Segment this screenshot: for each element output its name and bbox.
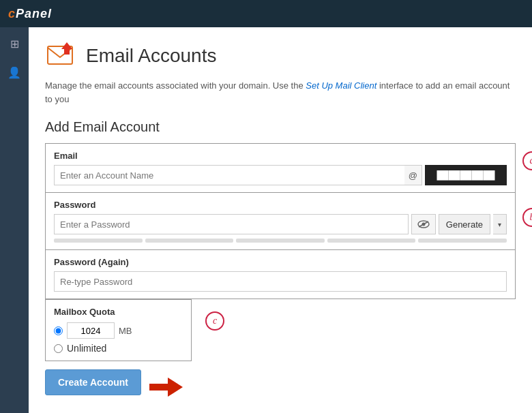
add-email-form: Email @ ██████████ Password <box>45 143 516 299</box>
password-again-label: Password (Again) <box>54 257 507 267</box>
quota-label: Mailbox Quota <box>54 307 183 317</box>
main-content: Email Accounts Manage the email accounts… <box>29 27 532 413</box>
section-heading: Add Email Account <box>45 119 516 135</box>
email-input-row: @ ██████████ <box>54 165 507 185</box>
email-label: Email <box>54 151 507 161</box>
strength-seg-5 <box>418 239 507 243</box>
cpanel-logo: cPanel <box>8 7 52 21</box>
eye-icon <box>417 220 430 228</box>
sidebar: ⊞ 👤 <box>0 27 29 413</box>
arrow-body <box>149 384 168 391</box>
password-input-row: Generate ▾ <box>54 214 507 234</box>
annotation-b: b <box>522 208 532 227</box>
svg-line-4 <box>419 221 428 227</box>
page-title: Email Accounts <box>86 45 216 67</box>
grid-icon[interactable]: ⊞ <box>5 34 24 53</box>
form-container: Email @ ██████████ Password <box>45 143 516 299</box>
quota-size-radio[interactable] <box>54 326 63 335</box>
email-input[interactable] <box>54 165 404 185</box>
page-title-area: Email Accounts <box>45 40 516 72</box>
annotation-a: a <box>522 151 532 170</box>
at-sign: @ <box>404 165 422 185</box>
quota-unlimited-label: Unlimited <box>67 343 106 354</box>
create-account-row: Create Account <box>45 369 516 405</box>
quota-unit: MB <box>119 326 132 336</box>
create-account-button[interactable]: Create Account <box>45 369 141 395</box>
generate-password-button[interactable]: Generate <box>439 214 490 234</box>
create-account-arrow <box>149 378 183 397</box>
quota-size-row: MB <box>54 322 183 339</box>
quota-size-input[interactable] <box>67 322 115 339</box>
strength-seg-4 <box>327 239 416 243</box>
mailbox-quota-box: Mailbox Quota MB Unlimited <box>45 299 192 361</box>
arrow-head <box>168 378 183 397</box>
domain-badge: ██████████ <box>425 165 507 185</box>
strength-seg-2 <box>145 239 234 243</box>
email-field-row: Email @ ██████████ <box>46 144 515 193</box>
password-again-input[interactable] <box>54 271 507 292</box>
password-strength-bar <box>54 239 507 243</box>
quota-unlimited-row: Unlimited <box>54 343 183 354</box>
strength-seg-3 <box>236 239 325 243</box>
password-label: Password <box>54 200 507 210</box>
password-field-row: Password Generate ▾ <box>46 193 515 250</box>
password-again-field-row: Password (Again) <box>46 250 515 299</box>
users-icon[interactable]: 👤 <box>5 63 24 82</box>
description-text: Manage the email accounts associated wit… <box>45 79 516 106</box>
quota-unlimited-radio[interactable] <box>54 344 63 353</box>
quota-area: Mailbox Quota MB Unlimited c <box>45 299 516 369</box>
show-password-button[interactable] <box>411 214 436 234</box>
strength-seg-1 <box>54 239 143 243</box>
top-bar: cPanel <box>0 0 532 27</box>
annotation-c: c <box>205 311 224 331</box>
email-accounts-icon <box>45 40 78 72</box>
generate-dropdown-button[interactable]: ▾ <box>493 214 507 234</box>
main-layout: ⊞ 👤 Email Accounts Manage the email acco… <box>0 27 532 413</box>
email-icon-svg <box>46 41 76 71</box>
password-input[interactable] <box>54 214 409 234</box>
